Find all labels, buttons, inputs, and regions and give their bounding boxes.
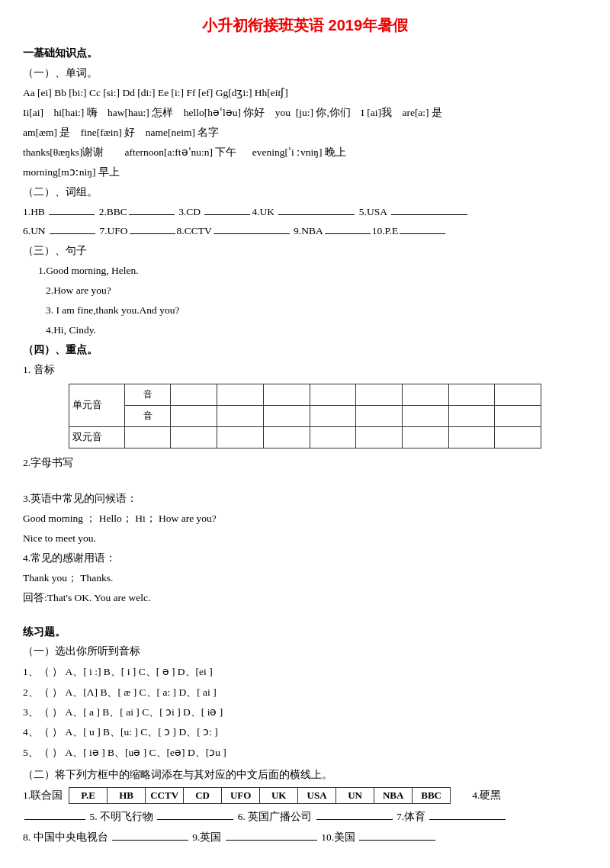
sentence3: 3. I am fine,thank you.And you? bbox=[23, 302, 587, 320]
phonetics-table: 单元音 音 音 bbox=[69, 384, 541, 448]
handwriting-label: 2.字母书写 bbox=[23, 455, 587, 472]
alphabet-row3: am[æm] 是 fine[fæin] 好 name[neim] 名字 bbox=[23, 124, 587, 142]
fill5-label: 7.体育 bbox=[396, 811, 425, 822]
exercise-q4: 4、（ ） A、[ u ] B、[u: ] C、[ ɔ ] D、[ ɔ: ] bbox=[23, 723, 587, 741]
sub4-header: （四）、重点。 bbox=[23, 342, 587, 359]
diphthong-label: 双元音 bbox=[69, 426, 125, 448]
sub3-header: （三）、句子 bbox=[23, 243, 587, 260]
box-bbc: BBC bbox=[413, 787, 451, 803]
fill-row2: 5. 不明飞行物 6. 英国广播公司 7.体育 bbox=[23, 809, 587, 826]
alphabet-row4: thanks[θæŋks]谢谢 afternoon[a:ftəˈnu:n] 下午… bbox=[23, 144, 587, 162]
abbrev-table: P.E HB CCTV CD UFO UK USA UN NBA BBC bbox=[69, 787, 451, 804]
reply-text: 回答:That's OK. You are welc. bbox=[23, 590, 587, 607]
alphabet-row2: Ii[ai] hi[hai:] 嗨 haw[hau:] 怎样 hello[həˈ… bbox=[23, 104, 587, 122]
exercise-q2: 2、（ ） A、[Λ] B、[ æ ] C、[ a: ] D、[ ai ] bbox=[23, 683, 587, 702]
vowel-label: 单元音 bbox=[69, 384, 125, 426]
box-uk: UK bbox=[260, 787, 298, 803]
fill6-label: 8. 中国中央电视台 bbox=[23, 831, 108, 843]
greetings-text: Good morning ； Hello； Hi； How are you? bbox=[23, 510, 587, 528]
exercise-q5: 5、（ ） A、[ iə ] B、[uə ] C、[eə] D、[ɔu ] bbox=[23, 744, 587, 762]
sub1-header: （一）、单词。 bbox=[23, 65, 587, 82]
exercise-sub2: （二）将下列方框中的缩略词添在与其对应的中文后面的横线上。 bbox=[23, 767, 587, 784]
box-ufo: UFO bbox=[222, 787, 260, 803]
box-nba: NBA bbox=[374, 787, 413, 803]
exercise-q3: 3、（ ） A、[ a ] B、[ ai ] C、[ ɔi ] D、[ iə ] bbox=[23, 703, 587, 722]
box-cctv: CCTV bbox=[146, 787, 184, 803]
sentence2: 2.How are you? bbox=[23, 282, 587, 300]
box-pe: P.E bbox=[69, 787, 108, 803]
box-cd: CD bbox=[184, 787, 222, 803]
short-vowel-label: 音 bbox=[124, 384, 171, 405]
fill-row3: 8. 中国中央电视台 9.英国 10.美国 bbox=[23, 829, 587, 847]
fill2-label: 4.硬黑 bbox=[472, 789, 501, 802]
words-row1: 1.HB 2.BBC 3.CD 4.UK 5.USA bbox=[23, 204, 587, 221]
exercise-header: 练习题。 bbox=[23, 624, 587, 641]
alphabet-row1: Aa [ei] Bb [bi:] Cc [si:] Dd [di:] Ee [i… bbox=[23, 85, 587, 102]
section1-header: 一基础知识点。 bbox=[23, 45, 587, 63]
sentence1: 1.Good morning, Helen. bbox=[23, 262, 587, 280]
alphabet-row5: morning[mɔːniŋ] 早上 bbox=[23, 164, 587, 182]
fill7-label: 9.英国 bbox=[192, 831, 221, 843]
nice-to-meet: Nice to meet you. bbox=[23, 530, 587, 548]
fill4-label: 6. 英国广播公司 bbox=[238, 811, 313, 822]
phonetics-header: 1. 音标 bbox=[23, 362, 587, 379]
words-row2: 6.UN 7.UFO8.CCTV 9.NBA10.P.E bbox=[23, 223, 587, 240]
box-un: UN bbox=[336, 787, 374, 803]
sentence4: 4.Hi, Cindy. bbox=[23, 322, 587, 339]
fill3-label: 5. 不明飞行物 bbox=[89, 811, 153, 822]
thanks-text: Thank you； Thanks. bbox=[23, 570, 587, 587]
page-title: 小升初衔接班英语 2019年暑假 bbox=[23, 15, 587, 36]
exercise-sub1: （一）选出你所听到音标 bbox=[23, 643, 587, 661]
page-container: 小升初衔接班英语 2019年暑假 一基础知识点。 （一）、单词。 Aa [ei]… bbox=[23, 15, 587, 847]
sub2-header: （二）、词组。 bbox=[23, 184, 587, 201]
long-vowel-label: 音 bbox=[124, 405, 171, 426]
exercise-q1: 1、（ ） A、[ i :] B、[ i ] C、[ ə ] D、[ei ] bbox=[23, 663, 587, 681]
fill8-label: 10.美国 bbox=[321, 831, 355, 843]
greetings-header: 3.英语中常见的问候语： bbox=[23, 490, 587, 508]
fill1-label: 1.联合国 bbox=[23, 789, 63, 802]
thanks-header: 4.常见的感谢用语： bbox=[23, 550, 587, 567]
box-usa: USA bbox=[298, 787, 336, 803]
box-hb: HB bbox=[108, 787, 146, 803]
word-box-row: 1.联合国 P.E HB CCTV CD UFO UK USA UN NBA B… bbox=[23, 787, 587, 804]
